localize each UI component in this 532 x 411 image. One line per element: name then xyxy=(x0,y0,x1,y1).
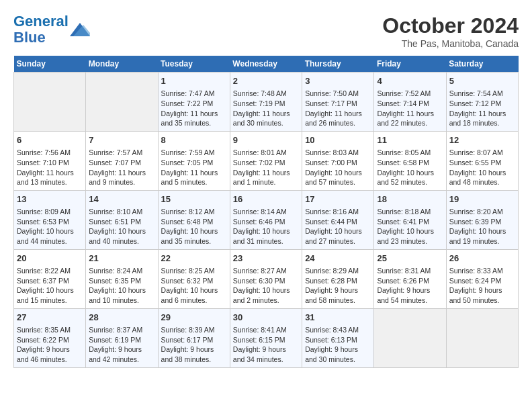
logo-text: General xyxy=(13,13,69,30)
day-info: Sunrise: 8:07 AM Sunset: 6:55 PM Dayligh… xyxy=(449,148,515,187)
calendar-cell: 28Sunrise: 8:37 AM Sunset: 6:19 PM Dayli… xyxy=(86,308,158,367)
day-info: Sunrise: 7:48 AM Sunset: 7:19 PM Dayligh… xyxy=(233,89,299,128)
day-number: 1 xyxy=(161,75,227,87)
day-info: Sunrise: 8:09 AM Sunset: 6:53 PM Dayligh… xyxy=(17,207,83,246)
day-number: 8 xyxy=(161,134,227,146)
calendar-cell: 5Sunrise: 7:54 AM Sunset: 7:12 PM Daylig… xyxy=(446,73,518,132)
calendar-week: 13Sunrise: 8:09 AM Sunset: 6:53 PM Dayli… xyxy=(14,190,519,249)
calendar-cell: 11Sunrise: 8:05 AM Sunset: 6:58 PM Dayli… xyxy=(374,131,446,190)
calendar-table: SundayMondayTuesdayWednesdayThursdayFrid… xyxy=(13,56,519,368)
day-info: Sunrise: 8:16 AM Sunset: 6:44 PM Dayligh… xyxy=(305,207,371,246)
logo-subtext: Blue xyxy=(13,29,46,46)
calendar-cell: 25Sunrise: 8:31 AM Sunset: 6:26 PM Dayli… xyxy=(374,249,446,308)
day-number: 31 xyxy=(305,312,371,324)
logo: General Blue xyxy=(13,13,90,46)
day-number: 5 xyxy=(449,75,515,87)
calendar-cell: 2Sunrise: 7:48 AM Sunset: 7:19 PM Daylig… xyxy=(230,73,302,132)
weekday-header: Wednesday xyxy=(230,56,302,73)
day-number: 9 xyxy=(233,134,299,146)
day-number: 29 xyxy=(161,312,227,324)
calendar-cell: 15Sunrise: 8:12 AM Sunset: 6:48 PM Dayli… xyxy=(158,190,230,249)
day-number: 11 xyxy=(377,134,443,146)
day-info: Sunrise: 7:54 AM Sunset: 7:12 PM Dayligh… xyxy=(449,89,515,128)
day-number: 21 xyxy=(89,253,154,265)
calendar-cell: 13Sunrise: 8:09 AM Sunset: 6:53 PM Dayli… xyxy=(14,190,86,249)
weekday-header: Thursday xyxy=(302,56,374,73)
day-number: 25 xyxy=(377,253,443,265)
day-info: Sunrise: 8:31 AM Sunset: 6:26 PM Dayligh… xyxy=(377,266,443,306)
day-info: Sunrise: 7:56 AM Sunset: 7:10 PM Dayligh… xyxy=(17,148,83,187)
title-block: October 2024 The Pas, Manitoba, Canada xyxy=(382,13,519,49)
day-number: 14 xyxy=(89,193,154,205)
header-row: SundayMondayTuesdayWednesdayThursdayFrid… xyxy=(14,56,519,73)
calendar-cell xyxy=(86,73,158,132)
day-info: Sunrise: 8:24 AM Sunset: 6:35 PM Dayligh… xyxy=(89,266,154,306)
day-info: Sunrise: 8:35 AM Sunset: 6:22 PM Dayligh… xyxy=(17,325,83,365)
day-info: Sunrise: 7:50 AM Sunset: 7:17 PM Dayligh… xyxy=(305,89,371,128)
calendar-cell: 31Sunrise: 8:43 AM Sunset: 6:13 PM Dayli… xyxy=(302,308,374,367)
day-info: Sunrise: 7:59 AM Sunset: 7:05 PM Dayligh… xyxy=(161,148,227,187)
calendar-cell: 24Sunrise: 8:29 AM Sunset: 6:28 PM Dayli… xyxy=(302,249,374,308)
day-info: Sunrise: 7:52 AM Sunset: 7:14 PM Dayligh… xyxy=(377,89,443,128)
day-number: 10 xyxy=(305,134,371,146)
weekday-header: Sunday xyxy=(14,56,86,73)
day-info: Sunrise: 8:20 AM Sunset: 6:39 PM Dayligh… xyxy=(449,207,515,246)
calendar-week: 20Sunrise: 8:22 AM Sunset: 6:37 PM Dayli… xyxy=(14,249,519,308)
day-info: Sunrise: 8:37 AM Sunset: 6:19 PM Dayligh… xyxy=(89,325,154,365)
calendar-cell: 27Sunrise: 8:35 AM Sunset: 6:22 PM Dayli… xyxy=(14,308,86,367)
calendar-cell: 10Sunrise: 8:03 AM Sunset: 7:00 PM Dayli… xyxy=(302,131,374,190)
calendar-cell: 20Sunrise: 8:22 AM Sunset: 6:37 PM Dayli… xyxy=(14,249,86,308)
calendar-cell: 17Sunrise: 8:16 AM Sunset: 6:44 PM Dayli… xyxy=(302,190,374,249)
day-info: Sunrise: 8:43 AM Sunset: 6:13 PM Dayligh… xyxy=(305,325,371,365)
day-number: 16 xyxy=(233,193,299,205)
day-number: 3 xyxy=(305,75,371,87)
day-number: 4 xyxy=(377,75,443,87)
calendar-cell: 23Sunrise: 8:27 AM Sunset: 6:30 PM Dayli… xyxy=(230,249,302,308)
day-number: 19 xyxy=(449,193,515,205)
day-number: 13 xyxy=(17,193,83,205)
day-info: Sunrise: 7:47 AM Sunset: 7:22 PM Dayligh… xyxy=(161,89,227,128)
page-header: General Blue October 2024 The Pas, Manit… xyxy=(13,13,519,49)
calendar-cell: 22Sunrise: 8:25 AM Sunset: 6:32 PM Dayli… xyxy=(158,249,230,308)
calendar-cell: 16Sunrise: 8:14 AM Sunset: 6:46 PM Dayli… xyxy=(230,190,302,249)
day-info: Sunrise: 8:39 AM Sunset: 6:17 PM Dayligh… xyxy=(161,325,227,365)
weekday-header: Tuesday xyxy=(158,56,230,73)
day-number: 6 xyxy=(17,134,83,146)
calendar-cell xyxy=(446,308,518,367)
day-number: 26 xyxy=(449,253,515,265)
day-info: Sunrise: 8:10 AM Sunset: 6:51 PM Dayligh… xyxy=(89,207,154,246)
weekday-header: Friday xyxy=(374,56,446,73)
day-info: Sunrise: 8:03 AM Sunset: 7:00 PM Dayligh… xyxy=(305,148,371,187)
day-number: 12 xyxy=(449,134,515,146)
logo-icon xyxy=(70,19,90,40)
day-number: 24 xyxy=(305,253,371,265)
calendar-cell: 6Sunrise: 7:56 AM Sunset: 7:10 PM Daylig… xyxy=(14,131,86,190)
calendar-cell: 19Sunrise: 8:20 AM Sunset: 6:39 PM Dayli… xyxy=(446,190,518,249)
calendar-cell: 30Sunrise: 8:41 AM Sunset: 6:15 PM Dayli… xyxy=(230,308,302,367)
calendar-cell: 4Sunrise: 7:52 AM Sunset: 7:14 PM Daylig… xyxy=(374,73,446,132)
day-number: 22 xyxy=(161,253,227,265)
weekday-header: Saturday xyxy=(446,56,518,73)
day-info: Sunrise: 8:33 AM Sunset: 6:24 PM Dayligh… xyxy=(449,266,515,306)
day-info: Sunrise: 8:14 AM Sunset: 6:46 PM Dayligh… xyxy=(233,207,299,246)
day-number: 23 xyxy=(233,253,299,265)
calendar-cell: 21Sunrise: 8:24 AM Sunset: 6:35 PM Dayli… xyxy=(86,249,158,308)
calendar-cell: 18Sunrise: 8:18 AM Sunset: 6:41 PM Dayli… xyxy=(374,190,446,249)
calendar-week: 1Sunrise: 7:47 AM Sunset: 7:22 PM Daylig… xyxy=(14,73,519,132)
calendar-cell: 14Sunrise: 8:10 AM Sunset: 6:51 PM Dayli… xyxy=(86,190,158,249)
day-info: Sunrise: 8:27 AM Sunset: 6:30 PM Dayligh… xyxy=(233,266,299,306)
calendar-cell: 1Sunrise: 7:47 AM Sunset: 7:22 PM Daylig… xyxy=(158,73,230,132)
day-info: Sunrise: 8:18 AM Sunset: 6:41 PM Dayligh… xyxy=(377,207,443,246)
day-number: 7 xyxy=(89,134,154,146)
day-info: Sunrise: 8:05 AM Sunset: 6:58 PM Dayligh… xyxy=(377,148,443,187)
calendar-week: 6Sunrise: 7:56 AM Sunset: 7:10 PM Daylig… xyxy=(14,131,519,190)
calendar-cell xyxy=(374,308,446,367)
day-info: Sunrise: 8:01 AM Sunset: 7:02 PM Dayligh… xyxy=(233,148,299,187)
calendar-cell: 9Sunrise: 8:01 AM Sunset: 7:02 PM Daylig… xyxy=(230,131,302,190)
day-number: 17 xyxy=(305,193,371,205)
weekday-header: Monday xyxy=(86,56,158,73)
day-info: Sunrise: 8:41 AM Sunset: 6:15 PM Dayligh… xyxy=(233,325,299,365)
day-number: 20 xyxy=(17,253,83,265)
location: The Pas, Manitoba, Canada xyxy=(382,38,519,49)
day-info: Sunrise: 8:29 AM Sunset: 6:28 PM Dayligh… xyxy=(305,266,371,306)
